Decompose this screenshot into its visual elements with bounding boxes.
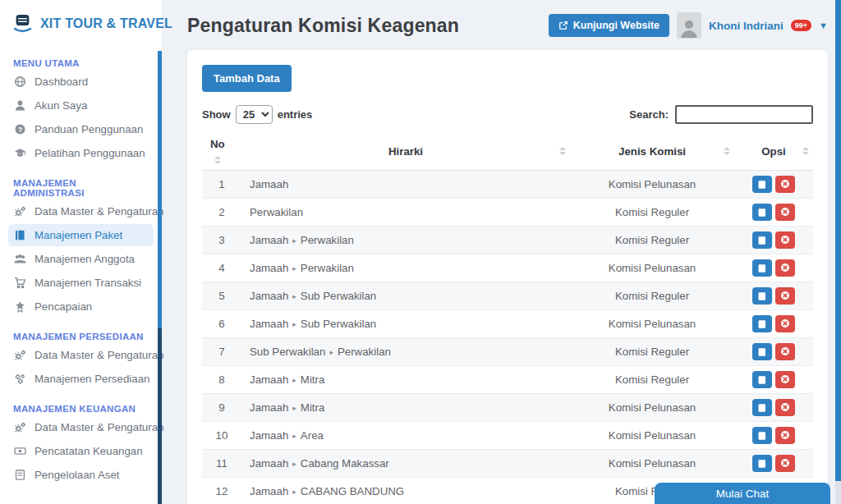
hierarchy-level: Jamaah — [250, 485, 288, 497]
delete-button[interactable] — [775, 343, 795, 360]
table-row: 8Jamaah▸MitraKomisi Reguler — [202, 366, 813, 394]
gears-icon — [14, 421, 26, 433]
hierarchy-level: Mitra — [301, 373, 325, 386]
edit-button[interactable] — [752, 427, 772, 444]
hierarchy-cell: Jamaah▸CABANG BANDUNG — [241, 478, 570, 504]
page-scrollbar[interactable] — [835, 0, 841, 504]
edit-button[interactable] — [752, 287, 772, 305]
sidebar-item-manajemen-paket[interactable]: Manajemen Paket — [8, 224, 154, 246]
sidebar-item-data-master-pengaturan[interactable]: Data Master & Pengaturan — [8, 344, 154, 366]
brand[interactable]: XIT TOUR & TRAVEL — [0, 0, 162, 44]
page-title: Pengaturan Komisi Keagenan — [187, 15, 459, 37]
delete-button[interactable] — [775, 455, 795, 472]
hierarchy-cell: Jamaah — [241, 171, 570, 199]
sidebar-item-data-master-pengaturan[interactable]: Data Master & Pengaturan — [8, 200, 154, 222]
search-input[interactable] — [675, 105, 813, 124]
edit-button[interactable] — [752, 343, 772, 360]
times-circle-icon — [780, 458, 791, 469]
sidebar-scrollbar[interactable] — [158, 0, 162, 504]
edit-button[interactable] — [752, 315, 772, 332]
sidebar-item-akun-saya[interactable]: Akun Saya — [8, 94, 154, 117]
cart-icon — [14, 277, 26, 289]
sidebar-item-manajemen-persediaan[interactable]: Manajemen Persediaan — [8, 368, 154, 390]
visit-website-button[interactable]: Kunjungi Website — [549, 14, 669, 37]
hierarchy-level: Jamaah — [250, 178, 288, 190]
edit-button[interactable] — [752, 455, 772, 472]
hierarchy-level: Perwakilan — [250, 206, 303, 218]
delete-button[interactable] — [775, 427, 795, 444]
page-scrollbar-thumb[interactable] — [835, 0, 841, 481]
user-name[interactable]: Khoni Indriani — [709, 20, 784, 32]
sidebar-scrollbar-thumb[interactable] — [158, 51, 162, 328]
start-chat-button[interactable]: Mulai Chat — [655, 483, 830, 504]
row-number: 11 — [202, 450, 241, 478]
options-cell — [734, 422, 813, 450]
sidebar-item-pencapaian[interactable]: Pencapaian — [8, 296, 154, 318]
delete-button[interactable] — [775, 399, 795, 416]
avatar[interactable] — [677, 12, 701, 39]
table-row: 10Jamaah▸AreaKomisi Pelunasan — [202, 422, 813, 450]
column-header-jenis-komisi[interactable]: Jenis Komisi — [570, 132, 734, 171]
sidebar-item-pencatatan-keuangan[interactable]: Pencatatan Keuangan — [8, 440, 154, 462]
caret-right-icon: ▸ — [288, 404, 301, 412]
book-icon — [757, 375, 767, 385]
sidebar-item-panduan-penggunaan[interactable]: ?Panduan Penggunaan — [8, 118, 154, 140]
options-cell — [734, 282, 813, 310]
sidebar-section-label: MENU UTAMA — [13, 58, 149, 68]
sidebar-scrollbar-track — [158, 328, 162, 504]
table-row: 7Sub Perwakilan▸PerwakilanKomisi Reguler — [202, 338, 813, 366]
hierarchy-level: Perwakilan — [338, 346, 391, 358]
sort-icon[interactable] — [559, 147, 566, 155]
sort-icon[interactable] — [214, 156, 221, 164]
caret-right-icon: ▸ — [288, 460, 301, 468]
delete-button[interactable] — [775, 204, 795, 221]
column-header-hirarki[interactable]: Hirarki — [241, 132, 570, 171]
sort-icon[interactable] — [802, 147, 809, 155]
delete-button[interactable] — [775, 231, 795, 249]
times-circle-icon — [780, 291, 791, 301]
times-circle-icon — [780, 402, 791, 413]
sidebar-item-label: Dashboard — [34, 76, 88, 88]
delete-button[interactable] — [775, 259, 795, 277]
hierarchy-level: Jamaah — [250, 318, 288, 330]
delete-button[interactable] — [775, 287, 795, 305]
sidebar-item-pelatihan-penggunaan[interactable]: Pelatihan Penggunaan — [8, 142, 154, 164]
edit-button[interactable] — [752, 176, 772, 193]
edit-button[interactable] — [752, 231, 772, 249]
delete-button[interactable] — [775, 315, 795, 332]
sidebar-item-data-master-pengaturan[interactable]: Data Master & Pengaturan — [8, 416, 154, 438]
options-cell — [734, 227, 813, 254]
add-data-button[interactable]: Tambah Data — [202, 65, 292, 92]
page-length-select[interactable]: 25 — [236, 105, 273, 124]
delete-button[interactable] — [775, 371, 795, 388]
hierarchy-level: CABANG BANDUNG — [301, 485, 404, 497]
gears-icon — [14, 205, 26, 218]
sidebar-item-manajemen-transaksi[interactable]: Manajemen Transaksi — [8, 272, 154, 294]
jenis-komisi-cell: Komisi Pelunasan — [570, 171, 734, 199]
sidebar-item-manajemen-anggota[interactable]: Manajemen Anggota — [8, 248, 154, 270]
edit-button[interactable] — [752, 371, 772, 388]
sidebar-item-pengelolaan-aset[interactable]: Pengelolaan Aset — [8, 464, 154, 486]
chevron-down-icon[interactable]: ▼ — [819, 21, 828, 30]
delete-button[interactable] — [775, 176, 795, 193]
book-icon — [757, 403, 767, 413]
sidebar-item-label: Pencapaian — [34, 300, 92, 313]
achievement-icon — [14, 300, 26, 313]
hierarchy-cell: Jamaah▸Cabang Makassar — [241, 450, 570, 478]
sort-icon[interactable] — [724, 147, 730, 155]
edit-button[interactable] — [752, 259, 772, 277]
edit-button[interactable] — [752, 204, 772, 221]
sidebar-item-dashboard[interactable]: Dashboard — [8, 71, 154, 93]
edit-button[interactable] — [752, 399, 772, 416]
column-header-opsi[interactable]: Opsi — [734, 132, 813, 171]
jenis-komisi-cell: Komisi Pelunasan — [570, 422, 734, 450]
table-row: 1JamaahKomisi Pelunasan — [202, 171, 813, 199]
row-number: 4 — [202, 254, 241, 282]
sidebar-item-label: Pencatatan Keuangan — [34, 445, 143, 457]
visit-website-label: Kunjungi Website — [573, 20, 659, 31]
book-icon — [757, 236, 767, 245]
options-cell — [734, 366, 813, 394]
column-header-no[interactable]: No — [202, 132, 241, 171]
jenis-komisi-cell: Komisi Reguler — [570, 199, 734, 227]
table-row: 2PerwakilanKomisi Reguler — [202, 199, 813, 227]
